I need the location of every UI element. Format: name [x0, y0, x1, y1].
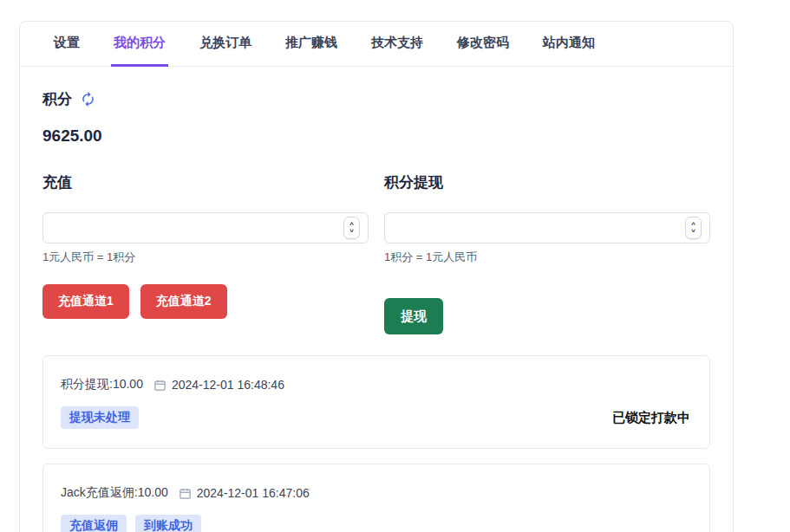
record-card: 积分提现:10.00 2024-12-01 16:48:46 提现未处理 已锁定… [42, 355, 710, 449]
tab-site-notifications[interactable]: 站内通知 [540, 22, 597, 67]
tab-my-points[interactable]: 我的积分 [111, 22, 168, 67]
record-title: Jack充值返佣:10.00 [61, 485, 168, 501]
account-panel: 设置 我的积分 兑换订单 推广赚钱 技术支持 修改密码 站内通知 积分 9625… [19, 21, 734, 532]
withdraw-section: 积分提现 ˄˅ 1积分 = 1元人民币 提现 [384, 172, 710, 334]
refresh-icon[interactable] [80, 91, 96, 107]
record-datetime: 2024-12-01 16:48:46 [172, 378, 284, 392]
record-title: 积分提现:10.00 [61, 377, 143, 393]
tab-tech-support[interactable]: 技术支持 [369, 22, 426, 67]
number-stepper[interactable]: ˄˅ [343, 217, 360, 239]
recharge-channel2-button[interactable]: 充值通道2 [140, 284, 227, 319]
tab-promote-earn[interactable]: 推广赚钱 [283, 22, 340, 67]
withdraw-heading: 积分提现 [384, 172, 710, 192]
recharge-heading: 充值 [42, 172, 369, 192]
tab-content: 积分 9625.00 充值 ˄˅ 1元人民币 = 1积分 充值通道1 充值通道2 [20, 67, 733, 532]
tab-exchange-orders[interactable]: 兑换订单 [197, 22, 254, 67]
tab-bar: 设置 我的积分 兑换订单 推广赚钱 技术支持 修改密码 站内通知 [20, 22, 733, 67]
withdraw-amount-input[interactable] [384, 212, 710, 243]
recharge-amount-input[interactable] [42, 212, 369, 243]
calendar-icon [179, 487, 192, 500]
recharge-channel1-button[interactable]: 充值通道1 [42, 284, 129, 319]
points-balance: 9625.00 [42, 127, 710, 146]
record-datetime: 2024-12-01 16:47:06 [197, 486, 310, 500]
status-badge: 充值返佣 [61, 515, 127, 532]
points-title: 积分 [42, 89, 72, 109]
record-note: 已锁定打款中 [612, 410, 692, 426]
recharge-section: 充值 ˄˅ 1元人民币 = 1积分 充值通道1 充值通道2 [42, 172, 369, 334]
status-badge: 到账成功 [135, 515, 201, 532]
calendar-icon [153, 379, 166, 392]
tab-settings[interactable]: 设置 [51, 22, 82, 67]
record-card: Jack充值返佣:10.00 2024-12-01 16:47:06 充值返佣 … [42, 464, 710, 532]
withdraw-button[interactable]: 提现 [384, 298, 443, 334]
tab-change-password[interactable]: 修改密码 [454, 22, 512, 67]
status-badge: 提现未处理 [61, 406, 139, 429]
records-list: 积分提现:10.00 2024-12-01 16:48:46 提现未处理 已锁定… [42, 355, 710, 532]
recharge-rate-hint: 1元人民币 = 1积分 [42, 250, 369, 265]
number-stepper[interactable]: ˄˅ [685, 217, 702, 239]
withdraw-rate-hint: 1积分 = 1元人民币 [384, 250, 710, 265]
